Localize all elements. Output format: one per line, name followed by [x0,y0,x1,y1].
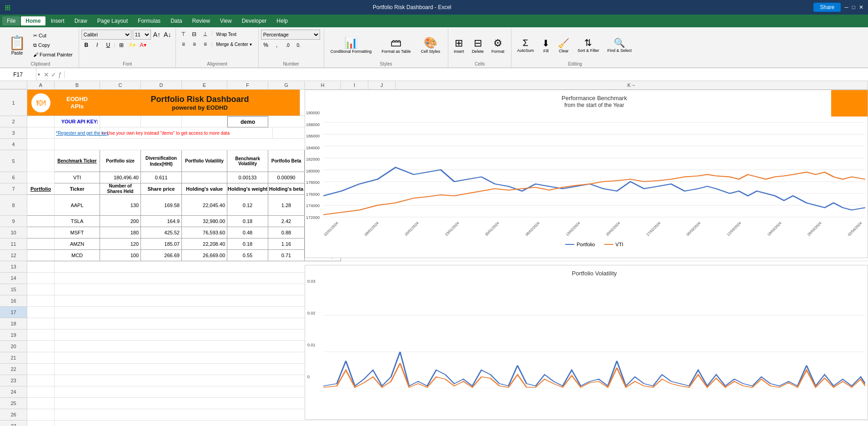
cut-button[interactable]: ✂ Cut [31,31,75,40]
cell-c7-shares[interactable]: Number of Shares Held [100,183,141,195]
cancel-formula-icon[interactable]: ✕ [44,71,49,78]
cell-d10[interactable]: 425.52 [141,227,182,238]
comma-button[interactable]: , [272,41,282,50]
cell-b6-vti[interactable]: VTI [55,172,100,183]
cell-e6[interactable] [182,172,227,183]
align-top-button[interactable]: ⊤ [178,30,188,39]
cell-f2-demo[interactable]: demo [227,116,268,127]
cell-b8[interactable]: AAPL [55,195,100,216]
cell-d5-diversification[interactable]: Diversification Index(HHI) [141,150,182,172]
cell-e12[interactable]: 26,669.00 [182,250,227,261]
cell-a3[interactable] [27,127,55,139]
cell-b7-ticker[interactable]: Ticker [55,183,100,195]
share-button[interactable]: Share [813,3,841,12]
cell-d11[interactable]: 185.07 [141,238,182,250]
cell-a5[interactable] [27,150,55,172]
cell-e9[interactable]: 32,980.00 [182,216,227,227]
maximize-icon[interactable]: □ [852,4,855,10]
cell-f7-weight[interactable]: Holding's weight [227,183,268,195]
cell-a8[interactable] [27,195,55,216]
cell-c9[interactable]: 200 [100,216,141,227]
col-header-f[interactable]: F [227,81,268,89]
cell-d2[interactable] [141,116,182,127]
find-select-button[interactable]: 🔍 Find & Select [604,36,635,55]
cell-a2[interactable] [27,116,55,127]
chart-volatility[interactable]: Portfolio Volatility 0.03 0.02 0.01 0 [305,265,868,420]
cell-a11[interactable] [27,238,55,250]
cell-g5-portbeta[interactable]: Portfolio Beta [268,150,305,172]
confirm-formula-icon[interactable]: ✓ [51,71,56,78]
menu-insert[interactable]: Insert [46,16,69,25]
col-header-g[interactable]: G [268,81,305,89]
cell-e5-portvolatility[interactable]: Portfolio Volatility [182,150,227,172]
conditional-formatting-button[interactable]: 📊 Conditional Formatting [326,35,376,56]
close-icon[interactable]: ✕ [859,4,863,10]
menu-developer[interactable]: Developer [237,16,271,25]
cell-g12[interactable]: 0.71 [268,250,305,261]
align-bottom-button[interactable]: ⊥ [200,30,210,39]
col-header-i[interactable]: I [341,81,368,89]
cell-b2-apikey[interactable]: YOUR API KEY: [55,116,100,127]
cell-c8[interactable]: 130 [100,195,141,216]
cell-g6[interactable]: 0.00090 [268,172,305,183]
cell-f6[interactable]: 0.00133 [227,172,268,183]
formula-input[interactable] [65,71,868,78]
bold-button[interactable]: B [81,41,91,50]
cell-g7-beta[interactable]: Holding's beta [268,183,305,195]
cell-a6[interactable] [27,172,55,183]
cell-f11[interactable]: 0.18 [227,238,268,250]
cell-a12[interactable] [27,250,55,261]
menu-review[interactable]: Review [187,16,214,25]
cell-c10[interactable]: 180 [100,227,141,238]
cell-a9[interactable] [27,216,55,227]
cell-e10[interactable]: 76,593.60 [182,227,227,238]
chart-performance[interactable]: Performance Benchmark from the start of … [305,90,868,258]
menu-page-layout[interactable]: Page Layout [93,16,132,25]
cell-f10[interactable]: 0.48 [227,227,268,238]
menu-formulas[interactable]: Formulas [133,16,165,25]
cell-e8[interactable]: 22,045.40 [182,195,227,216]
cell-e11[interactable]: 22,208.40 [182,238,227,250]
cell-d12[interactable]: 266.69 [141,250,182,261]
cell-c6[interactable]: 180,496.40 [100,172,141,183]
minimize-icon[interactable]: ─ [844,4,848,10]
cell-d8[interactable]: 169.58 [141,195,182,216]
align-middle-button[interactable]: ⊟ [189,30,199,39]
col-header-b[interactable]: B [55,81,100,89]
cell-b5-benchmark[interactable]: Benchmark Ticker [55,150,100,172]
col-header-a[interactable]: A [27,81,55,89]
align-center-button[interactable]: ≡ [189,40,199,49]
italic-button[interactable]: I [92,41,102,50]
delete-button[interactable]: ⊟ Delete [469,36,487,55]
cell-a1-logo[interactable]: 🍽 [27,90,55,116]
cell-c2[interactable] [100,116,141,127]
autosum-button[interactable]: Σ AutoSum [514,36,537,54]
font-size-select[interactable]: 11 [133,30,151,40]
cell-g11[interactable]: 1.16 [268,238,305,250]
col-header-e[interactable]: E [182,81,227,89]
decrease-decimal-button[interactable]: .0 [283,41,293,50]
col-header-k[interactable]: K→ [396,81,868,89]
col-header-d[interactable]: D [141,81,182,89]
cell-f12[interactable]: 0.55 [227,250,268,261]
merge-center-button[interactable]: Merge & Center ▾ [213,40,254,49]
cell-styles-button[interactable]: 🎨 Cell Styles [417,35,445,56]
cell-b1-logo-text[interactable]: EODHD APIs [55,90,100,116]
wrap-text-button[interactable]: Wrap Text [213,30,239,39]
menu-file[interactable]: File [2,16,20,25]
cell-c11[interactable]: 120 [100,238,141,250]
cell-f5-benchvolatility[interactable]: Benchmark Volatility [227,150,268,172]
clear-button[interactable]: 🧹 Clear [555,36,572,55]
paste-button[interactable]: 📋 Paste [5,33,30,57]
fill-color-button[interactable]: A▾ [127,41,137,50]
font-color-button[interactable]: A▾ [138,41,148,50]
format-painter-button[interactable]: 🖌 Format Painter [31,51,75,59]
increase-decimal-button[interactable]: 0. [294,41,304,50]
cell-c5-portsize[interactable]: Portfolio size [100,150,141,172]
cell-d6[interactable]: 0.611 [141,172,182,183]
menu-data[interactable]: Data [166,16,186,25]
align-left-button[interactable]: ≡ [178,40,188,49]
expand-formula-icon[interactable]: ▾ [36,72,41,77]
cell-c3-note[interactable]: <- Use your own key instead "demo" to ge… [100,127,273,139]
cell-e7-value[interactable]: Holding's value [182,183,227,195]
